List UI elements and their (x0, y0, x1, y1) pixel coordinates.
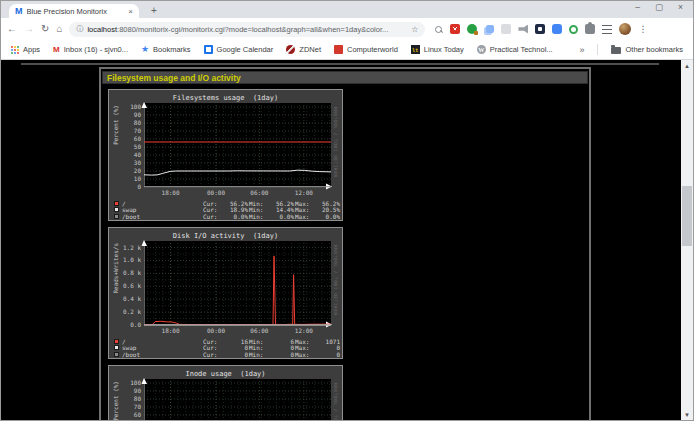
bookmark-inbox[interactable]: M Inbox (16) - sjvn0... (53, 45, 128, 54)
bookmark-practical-technology[interactable]: W Practical Technol... (477, 45, 553, 54)
globe-extension-icon[interactable] (467, 24, 477, 34)
legend-cell: Min:0.0% (249, 213, 294, 220)
chart-legend: /Cur:16Min:6Max:1071swapCur:0Min:0Max:0/… (111, 337, 340, 358)
megaphone-extension-icon[interactable] (518, 24, 528, 34)
rrdtool-watermark-text: RRDTOOL / TOBI OETIKER (333, 383, 338, 421)
xtick-label: 00:00 (207, 189, 225, 196)
wordpress-icon: W (477, 45, 486, 54)
ytick-label: 60 (134, 136, 141, 142)
xtick-label: 00:00 (207, 327, 225, 334)
home-icon[interactable]: ⌂ (56, 24, 62, 34)
bookmark-computerworld[interactable]: Computerworld (334, 45, 398, 54)
dark-square-extension-icon[interactable] (535, 24, 545, 34)
gmail-extension-icon[interactable] (450, 24, 460, 34)
chart-plot-area (144, 379, 331, 421)
page-info-icon[interactable]: ⓘ (76, 24, 83, 34)
apps-grid-icon (11, 46, 19, 54)
scrollbar[interactable]: ▲ ▼ (681, 60, 693, 421)
profile-avatar[interactable] (619, 23, 631, 35)
chart-plot-column: 18:0000:0006:0012:00 (144, 103, 331, 199)
ytick-label: 0 (137, 184, 141, 190)
chart-title: Inode usage (1day) (111, 368, 340, 379)
tab-close-icon[interactable]: × (128, 7, 133, 16)
address-bar[interactable]: ⓘ localhost:8080/monitorix-cgi/monitorix… (69, 22, 425, 37)
bookmark-linux-today[interactable]: lt Linux Today (411, 45, 464, 54)
legend-swatch (114, 201, 119, 206)
minimize-button[interactable]: – (635, 2, 640, 12)
xtick-label: 12:00 (295, 189, 313, 196)
chart-plot-area (144, 241, 331, 325)
xtick-label: 06:00 (250, 189, 268, 196)
ytick-label: 40 (134, 152, 141, 158)
legend-swatch (114, 352, 119, 357)
chart-xtick-row: 18:0000:0006:0012:00 (144, 187, 331, 199)
list-extension-icon[interactable] (602, 25, 612, 34)
bookmark-bookmarks[interactable]: ★ Bookmarks (141, 45, 191, 54)
copy-pages-extension-icon[interactable] (486, 25, 494, 33)
bookmark-zdnet[interactable]: ZDNet (286, 45, 321, 54)
maximize-button[interactable]: ▢ (655, 2, 663, 12)
legend-value: 0.0% (326, 213, 340, 220)
chart-ytick-gutter: 0.00.2 k0.4 k0.6 k0.8 k1.0 k1.2 k (120, 241, 144, 337)
apps-label: Apps (23, 45, 40, 54)
graph-grid-filesystem: Filesystems usage (1day)Percent (%)01020… (101, 85, 589, 421)
ytick-label: 50 (134, 144, 141, 150)
calendar-icon (204, 45, 213, 54)
chart-title: Filesystems usage (1day) (111, 92, 340, 103)
url-path: :8080/monitorix-cgi/monitorix.cgi?mode=l… (117, 25, 388, 34)
bookmark-google-calendar[interactable]: Google Calendar (204, 45, 274, 54)
gmail-icon: M (53, 45, 60, 54)
window-close-button[interactable]: × (678, 2, 683, 12)
blue-square-extension-icon[interactable] (552, 24, 562, 34)
green-ring-extension-icon[interactable] (569, 25, 578, 34)
ytick-label: 0.4 k (123, 296, 141, 302)
page-extension-icon[interactable] (501, 24, 511, 34)
page-content: Filesystem usage and I/O activity Filesy… (1, 60, 693, 421)
new-tab-button[interactable]: + (151, 6, 157, 16)
scrollbar-down-icon[interactable]: ▼ (681, 409, 693, 421)
chart-ylabel-text: Percent (%) (112, 105, 119, 145)
bookmark-star-icon[interactable]: ☆ (411, 25, 418, 34)
legend-row: /bootCur:0Min:0Max:0 (114, 351, 340, 358)
forward-icon[interactable]: → (24, 24, 34, 34)
extensions-puzzle-icon[interactable] (585, 24, 595, 34)
url-host: localhost (87, 25, 117, 34)
legend-cell: Cur:0.0% (203, 213, 248, 220)
legend-swatch (114, 345, 119, 350)
star-icon: ★ (141, 45, 149, 54)
computerworld-icon (334, 45, 343, 54)
graph-filesystems-usage[interactable]: Filesystems usage (1day)Percent (%)01020… (108, 89, 343, 221)
chart-ylabel: Reads+Writes/s (111, 241, 120, 337)
chart-plot-region: Percent (%)010203040506070809010018:0000… (111, 103, 340, 199)
xtick-label: 18:00 (162, 327, 180, 334)
section-title-filesystem: Filesystem usage and I/O activity (102, 71, 588, 84)
ytick-label: 30 (134, 160, 141, 166)
graph-inode-usage[interactable]: Inode usage (1day)Percent (%)01020304050… (108, 365, 343, 421)
scrollbar-thumb[interactable] (682, 186, 692, 246)
ytick-label: 0.2 k (123, 309, 141, 315)
page-top-rule (21, 63, 659, 65)
bookmarks-bar: Apps M Inbox (16) - sjvn0... ★ Bookmarks… (1, 40, 693, 60)
browser-menu-icon[interactable]: ⋮ (638, 25, 647, 34)
scrollbar-up-icon[interactable]: ▲ (681, 60, 693, 72)
legend-row: /bootCur:0.0%Min:0.0%Max:0.0% (114, 213, 340, 220)
ytick-label: 70 (134, 128, 141, 134)
window-controls: – ▢ × (635, 2, 683, 12)
back-icon[interactable]: ← (7, 24, 17, 34)
browser-tab[interactable]: M Blue Precision Monitorix × (9, 4, 139, 18)
xtick-label: 18:00 (162, 189, 180, 196)
apps-shortcut[interactable]: Apps (11, 45, 40, 54)
xtick-label: 12:00 (295, 327, 313, 334)
ytick-label: 90 (134, 112, 141, 118)
legend-cell: Max:0 (295, 351, 340, 358)
graph-disk-io-activity[interactable]: Disk I/O activity (1day)Reads+Writes/s0.… (108, 227, 343, 359)
reload-icon[interactable]: ↻ (41, 24, 49, 34)
bookmarks-overflow-icon[interactable]: » (579, 45, 584, 55)
browser-toolbar: ← → ↻ ⌂ ⓘ localhost:8080/monitorix-cgi/m… (1, 18, 693, 40)
other-bookmarks-button[interactable]: Other bookmarks (611, 45, 683, 54)
ytick-label: 90 (134, 388, 141, 394)
search-extension-icon[interactable] (434, 25, 443, 34)
chart-ylabel: Percent (%) (111, 379, 120, 421)
legend-col-label: Min: (249, 213, 263, 220)
chart-ytick-gutter: 0102030405060708090100 (120, 379, 144, 421)
